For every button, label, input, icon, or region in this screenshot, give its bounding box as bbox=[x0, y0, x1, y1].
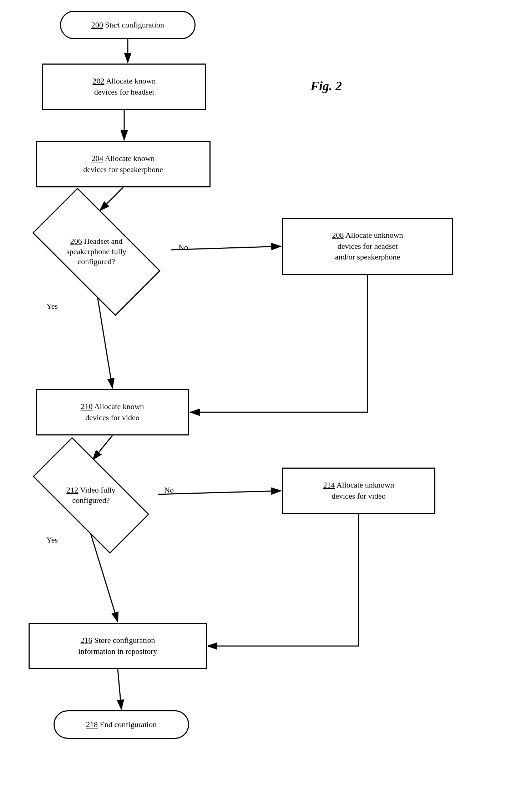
flowchart-container: Fig. 2 No bbox=[0, 0, 516, 812]
figure-label: Fig. 2 bbox=[310, 79, 342, 94]
no-label-206: No bbox=[178, 243, 188, 252]
yes-label-212: Yes bbox=[46, 535, 58, 545]
svg-line-9 bbox=[118, 669, 121, 709]
node-216: 216 Store configurationinformation in re… bbox=[29, 623, 207, 669]
node-200: 200 Start configuration bbox=[60, 11, 196, 39]
node-208: 208 Allocate unknowndevices for headseta… bbox=[282, 218, 453, 275]
node-218: 218 End configuration bbox=[54, 710, 189, 739]
yes-label-206: Yes bbox=[46, 302, 58, 311]
node-206: 206 Headset andspeakerphone fullyconfigu… bbox=[20, 211, 173, 293]
node-204: 204 Allocate knowndevices for speakerpho… bbox=[36, 141, 211, 187]
svg-line-6 bbox=[93, 435, 112, 460]
node-202: 202 Allocate knowndevices for headset bbox=[42, 64, 206, 110]
svg-line-7 bbox=[158, 491, 281, 494]
node-212: 212 Video fullyconfigured? bbox=[20, 460, 162, 531]
svg-line-3 bbox=[100, 187, 123, 211]
node-214: 214 Allocate unknowndevices for video bbox=[282, 468, 435, 514]
node-210: 210 Allocate knowndevices for video bbox=[36, 389, 189, 435]
no-label-212: No bbox=[164, 485, 174, 495]
